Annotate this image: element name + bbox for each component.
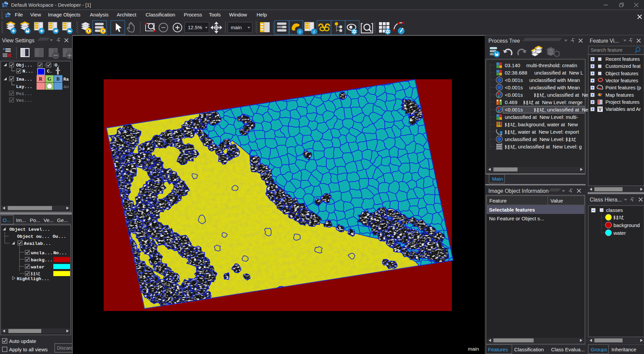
svg-text:water: water [613, 230, 626, 236]
svg-text:Inheritance: Inheritance [611, 347, 636, 352]
svg-text:R: R [39, 77, 43, 82]
svg-text:Default Workspace - Developer: Default Workspace - Developer - [1] [11, 2, 91, 8]
svg-text:Analysis: Analysis [90, 12, 109, 17]
svg-text:Lay...: Lay... [16, 84, 33, 89]
svg-text:Im...: Im... [16, 217, 26, 223]
svg-text:<0.001s: <0.001s [505, 107, 523, 113]
svg-text:No Feature or Object s...: No Feature or Object s... [489, 216, 544, 221]
svg-text:N...: N... [22, 69, 33, 74]
svg-text:Point features (p: Point features (p [605, 85, 641, 90]
svg-text:, background, water at New: , background, water at New [515, 122, 578, 127]
svg-text:Class Evalua...: Class Evalua... [551, 347, 585, 352]
svg-text:Discard: Discard [57, 345, 73, 351]
svg-text:Process Tree: Process Tree [488, 38, 520, 44]
svg-text:main: main [468, 346, 479, 352]
svg-text:B: B [56, 77, 59, 82]
svg-text:Groups: Groups [591, 347, 607, 352]
svg-text:12.5%: 12.5% [188, 25, 202, 30]
svg-text:Availab...: Availab... [24, 241, 51, 246]
svg-text:02:38.688: 02:38.688 [505, 70, 527, 76]
svg-text:multi-threshold: creatin: multi-threshold: creatin [526, 62, 577, 68]
svg-text:Search feature: Search feature [591, 47, 623, 53]
svg-text:unclassified with Mean: unclassified with Mean [529, 77, 580, 83]
svg-text:, water at New Level: export: , water at New Level: export [515, 129, 579, 135]
svg-text:Vector features: Vector features [605, 78, 638, 83]
svg-text:<0.001s: <0.001s [505, 77, 523, 83]
svg-text:Customized feat: Customized feat [605, 63, 641, 69]
svg-text:Classification: Classification [146, 12, 175, 17]
svg-text:Ve...: Ve... [44, 217, 54, 223]
svg-text:Project features: Project features [605, 99, 640, 105]
svg-text:Object Level...: Object Level... [9, 227, 50, 232]
svg-text:Selectable features: Selectable features [489, 207, 535, 213]
svg-text:Process: Process [184, 12, 202, 17]
svg-text:Ou...: Ou... [53, 234, 66, 239]
svg-text:Ima...: Ima... [16, 77, 33, 82]
svg-text:Image Object Information: Image Object Information [488, 188, 549, 194]
svg-text:Architect: Architect [117, 12, 137, 17]
svg-text:water: water [31, 265, 45, 270]
svg-text:unclassified at New Level: mu: unclassified at New Level: multi- [505, 114, 578, 120]
svg-text:Vec...: Vec... [16, 98, 33, 103]
svg-text:Class Hiera...: Class Hiera... [590, 197, 622, 203]
svg-text:Recent features: Recent features [605, 56, 640, 62]
svg-text:<0.001s: <0.001s [505, 92, 523, 98]
svg-text:View: View [30, 12, 41, 17]
svg-text:Main: Main [492, 176, 503, 182]
svg-text:uncla...: uncla... [31, 251, 53, 256]
svg-text:unclassified at New Level:: unclassified at New Level: [505, 136, 566, 142]
svg-text:Feature Vi...: Feature Vi... [590, 38, 619, 44]
svg-text:<0.001s: <0.001s [505, 85, 523, 90]
svg-text:Classification: Classification [514, 347, 544, 352]
svg-text:View Settings: View Settings [2, 38, 35, 43]
svg-text:Map features: Map features [605, 92, 634, 98]
svg-text:O...: O... [3, 217, 11, 223]
svg-text:Apply to all views: Apply to all views [9, 347, 48, 352]
svg-text:Poi...: Poi... [16, 91, 33, 96]
svg-text:at New Level: merge: at New Level: merge [534, 99, 583, 105]
svg-text:classes: classes [606, 207, 623, 213]
svg-text:Obj...: Obj... [16, 63, 33, 68]
svg-text:G: G [48, 77, 51, 82]
svg-text:main: main [231, 25, 242, 30]
svg-text:Object features: Object features [605, 71, 638, 76]
svg-text:03.140: 03.140 [505, 62, 520, 68]
svg-text:Feature: Feature [489, 198, 507, 204]
svg-text:Ge...: Ge... [57, 217, 68, 223]
svg-text:Window: Window [229, 12, 247, 17]
svg-text:C.: C. [47, 69, 52, 74]
svg-text:No...: No... [53, 251, 67, 256]
svg-text:Po...: Po... [30, 217, 40, 223]
svg-text:Tools: Tools [209, 12, 221, 17]
svg-text:, unclassified at Ne: , unclassified at Ne [544, 107, 588, 113]
svg-text:Hightligh...: Hightligh... [17, 276, 49, 281]
svg-text:Object ou...: Object ou... [17, 234, 50, 239]
svg-text::: : [44, 63, 46, 68]
svg-text:Image Objects: Image Objects [48, 12, 80, 17]
svg-text:backg...: backg... [31, 258, 53, 263]
svg-text:, unclassified at Ne: , unclassified at Ne [544, 92, 588, 98]
svg-text:au: au [63, 84, 69, 89]
svg-text:background: background [613, 222, 640, 228]
svg-text:Variables and Ar: Variables and Ar [605, 106, 641, 112]
svg-text:Ra: Ra [63, 77, 69, 82]
svg-text:File: File [15, 12, 23, 17]
svg-text:unclassified at New L: unclassified at New L [534, 70, 583, 76]
svg-text:Value: Value [550, 198, 563, 204]
svg-text:Help: Help [257, 12, 267, 17]
svg-text:V: V [598, 106, 602, 112]
svg-text:Features: Features [488, 347, 508, 352]
svg-text:, unclassified at New Level:: , unclassified at New Level: g [515, 144, 582, 149]
svg-text:Auto update: Auto update [9, 338, 36, 344]
svg-text:unclassified with Mean: unclassified with Mean [529, 85, 580, 90]
svg-text:0.469: 0.469 [505, 99, 518, 105]
svg-text:O.: O. [55, 63, 60, 68]
